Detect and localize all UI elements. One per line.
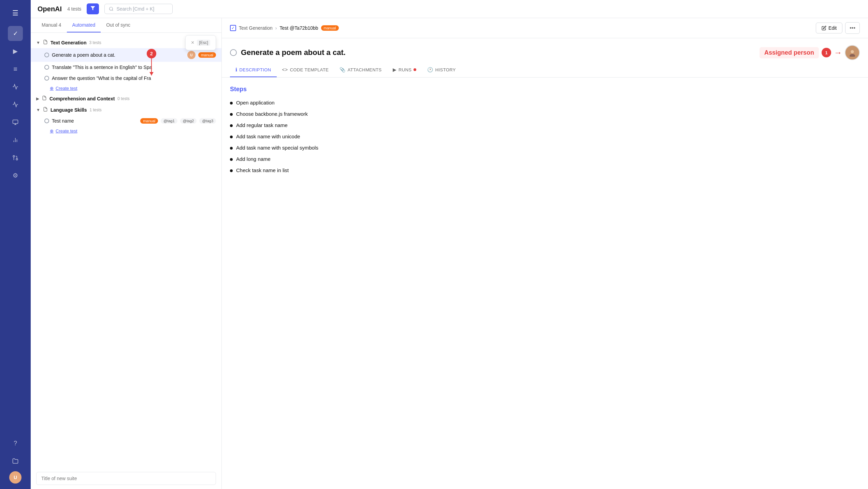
nav-icon-git[interactable] (8, 150, 23, 165)
tab-code-template[interactable]: <> CODE TEMPLATE (277, 63, 334, 77)
svg-point-5 (16, 158, 18, 160)
assigned-person-area: Assigned person 1 → (760, 45, 860, 60)
step-item: Check task name in list (230, 167, 860, 173)
step-text: Choose backbone.js framework (236, 111, 308, 117)
suite-count: 0 tests (117, 96, 129, 101)
breadcrumb: ✓ Text Generation › Test @Ta72b10bb manu… (230, 25, 339, 31)
step-text: Add task name with special symbols (236, 145, 318, 151)
tab-history-label: HISTORY (435, 67, 456, 72)
nav-icon-steps[interactable] (8, 79, 23, 94)
test-item-poem[interactable]: Generate a poem about a cat. U manual (31, 48, 221, 62)
tab-runs[interactable]: ▶ RUNS (387, 63, 422, 77)
test-item-capital[interactable]: Answer the question "What is the capital… (31, 73, 221, 84)
nav-icon-help[interactable]: ? (8, 436, 23, 451)
assigned-avatar[interactable] (845, 45, 860, 60)
nav-icon-check[interactable]: ✓ (8, 26, 23, 41)
svg-line-10 (112, 10, 113, 11)
test-avatar: U (187, 51, 196, 59)
edit-icon (822, 26, 826, 30)
plus-icon: ⊕ (50, 128, 54, 134)
tab-attachments-label: ATTACHMENTS (348, 67, 382, 72)
step-bullet-icon (230, 124, 233, 127)
test-radio-icon (44, 118, 49, 123)
step-bullet-icon (230, 136, 233, 138)
search-icon (109, 6, 114, 11)
annotation-arrow (151, 58, 152, 75)
manual-badge: manual (140, 118, 158, 124)
tag-badge-3: @tag3 (199, 118, 216, 124)
tab-description-label: DESCRIPTION (239, 67, 271, 72)
test-title-area: Generate a poem about a cat. (230, 48, 346, 57)
test-item-test-name[interactable]: Test name manual @tag1 @tag2 @tag3 (31, 115, 221, 126)
new-suite-input[interactable] (36, 472, 216, 485)
step-bullet-icon (230, 158, 233, 161)
test-name: Answer the question "What is the capital… (52, 75, 216, 81)
create-test-link-2[interactable]: ⊕ Create test (31, 126, 221, 136)
tests-count: 4 tests (67, 6, 81, 12)
suite-icon (43, 40, 48, 45)
assigned-arrow-icon: → (834, 48, 842, 57)
test-title-text: Generate a poem about a cat. (241, 48, 346, 57)
chevron-icon: ▶ (36, 96, 39, 101)
more-button[interactable]: ••• (845, 22, 860, 34)
edit-button[interactable]: Edit (816, 23, 842, 33)
chevron-icon: ▼ (36, 40, 40, 45)
search-placeholder: Search [Cmd + K] (116, 6, 154, 12)
tab-automated[interactable]: Automated (67, 18, 101, 32)
test-radio-icon (44, 76, 49, 81)
arrow-annotation: 2 (147, 49, 156, 75)
hamburger-menu[interactable]: ☰ (9, 5, 22, 20)
step-bullet-icon (230, 113, 233, 116)
suite-comprehension[interactable]: ▶ Comprehension and Context 0 tests (31, 93, 221, 104)
step-text: Open application (236, 100, 275, 106)
tab-manual[interactable]: Manual 4 (36, 18, 67, 32)
test-item-translate[interactable]: Translate "This is a sentence in English… (31, 62, 221, 73)
create-test-label: Create test (56, 128, 77, 134)
step-text: Check task name in list (236, 167, 289, 173)
breadcrumb-suite[interactable]: Text Generation (239, 25, 273, 31)
step-item: Add regular task name (230, 122, 860, 128)
close-icon[interactable]: × (191, 40, 194, 46)
steps-content: Steps Open application Choose backbone.j… (222, 78, 868, 489)
step-bullet-icon (230, 169, 233, 172)
nav-icon-analytics[interactable] (8, 97, 23, 112)
title-radio-icon (230, 49, 237, 56)
suite-language-skills[interactable]: ▼ Language Skills 1 tests (31, 104, 221, 115)
detail-tabs: ℹ DESCRIPTION <> CODE TEMPLATE 📎 ATTACHM… (222, 63, 868, 78)
create-test-link-1[interactable]: ⊕ Create test (31, 84, 221, 93)
nav-icon-list[interactable]: ≡ (8, 61, 23, 76)
tab-runs-label: RUNS (399, 67, 411, 72)
esc-badge: [Esc] (197, 40, 210, 46)
suite-icon (43, 107, 48, 113)
history-icon: 🕐 (427, 67, 433, 72)
main-content: OpenAI 4 tests Search [Cmd + K] Manual 4… (31, 0, 868, 489)
user-avatar-nav[interactable]: U (9, 471, 21, 484)
top-bar: OpenAI 4 tests Search [Cmd + K] (31, 0, 868, 18)
tab-history[interactable]: 🕐 HISTORY (422, 63, 461, 77)
breadcrumb-actions: Edit ••• (816, 22, 860, 34)
avatar-image (848, 48, 856, 57)
nav-icon-play[interactable]: ▶ (8, 44, 23, 59)
suite-count: 1 tests (89, 108, 101, 112)
test-name: Translate "This is a sentence in English… (52, 65, 216, 70)
test-radio-icon (44, 53, 49, 57)
tab-out-of-sync[interactable]: Out of sync (101, 18, 136, 32)
step-item: Choose backbone.js framework (230, 111, 860, 117)
step-bullet-icon (230, 147, 233, 150)
info-icon: ℹ (235, 67, 237, 72)
nav-icon-settings[interactable]: ⚙ (8, 168, 23, 183)
suite-count: 3 tests (89, 40, 101, 45)
svg-rect-0 (13, 120, 18, 124)
nav-icon-folder[interactable] (8, 453, 23, 469)
search-box[interactable]: Search [Cmd + K] (104, 4, 173, 14)
step-bullet-icon (230, 102, 233, 104)
dropdown-tooltip: × [Esc] (185, 35, 216, 50)
step-item: Add task name with special symbols (230, 145, 860, 151)
nav-icon-chart[interactable] (8, 132, 23, 148)
assigned-person-highlight: Assigned person (760, 47, 819, 58)
tab-attachments[interactable]: 📎 ATTACHMENTS (334, 63, 387, 77)
app-title: OpenAI (38, 5, 62, 13)
filter-button[interactable] (87, 3, 99, 14)
tab-description[interactable]: ℹ DESCRIPTION (230, 63, 277, 77)
nav-icon-terminal[interactable] (8, 115, 23, 130)
